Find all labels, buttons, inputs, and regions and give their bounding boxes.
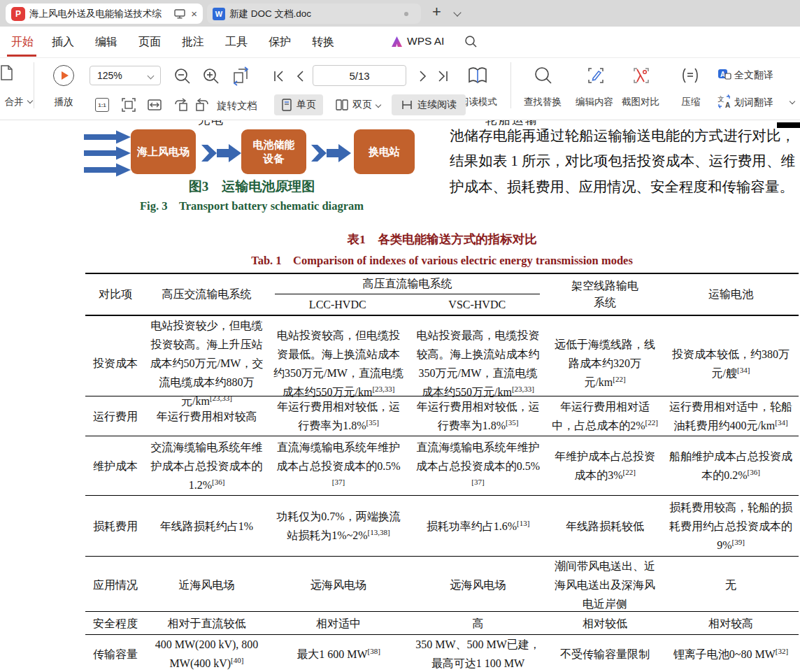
row-item: 损耗费用 bbox=[85, 496, 145, 556]
header-vsc: VSC-HVDC bbox=[408, 294, 548, 315]
rotate-pages-icon[interactable] bbox=[231, 66, 252, 87]
table-cell: 年维护成本占总投资成本的3%[22] bbox=[547, 436, 663, 495]
play-button[interactable] bbox=[53, 65, 74, 86]
next-page-icon[interactable] bbox=[415, 69, 429, 83]
menu-search-icon[interactable] bbox=[464, 35, 478, 48]
toolbar-separator bbox=[34, 62, 34, 108]
table-cell: 远海风电场 bbox=[409, 557, 547, 613]
close-tab-icon[interactable]: × bbox=[191, 8, 197, 20]
zoom-level-select[interactable]: 125% bbox=[90, 66, 161, 85]
table-cell: 直流海缆输电系统年维护成本占总投资成本的0.5%[37] bbox=[409, 436, 547, 495]
table-row: 投资成本 电站投资较少，但电缆投资较高。海上升压站成本约50万元/MW，交流电缆… bbox=[85, 316, 799, 396]
menu-edit[interactable]: 编辑 bbox=[95, 35, 117, 50]
svg-text:A: A bbox=[720, 71, 725, 78]
last-page-icon[interactable] bbox=[436, 69, 450, 83]
menu-insert[interactable]: 插入 bbox=[52, 35, 74, 50]
double-page-label: 双页 bbox=[352, 99, 372, 111]
full-translate-label[interactable]: 全文翻译 bbox=[734, 69, 773, 82]
header-item: 对比项 bbox=[85, 274, 145, 315]
table-cell: 功耗仅为0.7%，两端换流站损耗为1%~2%[13,38] bbox=[268, 496, 409, 556]
window-tab-bar: P 海上风电外送及电能输送技术综 × W 新建 DOC 文档.doc + bbox=[0, 0, 800, 27]
zoom-in-icon[interactable] bbox=[202, 67, 220, 85]
merge-caret-icon[interactable] bbox=[27, 98, 33, 103]
row-item: 运行费用 bbox=[85, 396, 145, 436]
fit-page-icon[interactable] bbox=[121, 97, 136, 113]
fit-width-icon[interactable] bbox=[147, 97, 162, 113]
play-label[interactable]: 播放 bbox=[45, 96, 83, 108]
figure-box-swap-station: 换电站 bbox=[354, 129, 415, 174]
menu-comment[interactable]: 批注 bbox=[182, 35, 204, 50]
single-page-icon bbox=[281, 99, 292, 111]
figure-box-battery-storage: 电池储能 设备 bbox=[241, 129, 306, 174]
read-mode-book-icon[interactable] bbox=[466, 64, 490, 87]
merge-label[interactable]: 合并 bbox=[0, 96, 28, 108]
continuous-read-button[interactable]: 连续阅读 bbox=[392, 94, 466, 115]
zoom-out-icon[interactable] bbox=[173, 67, 192, 85]
find-replace-label[interactable]: 查找替换 bbox=[520, 96, 565, 108]
merge-doc-icon[interactable] bbox=[0, 64, 15, 82]
menu-protect[interactable]: 保护 bbox=[269, 35, 291, 50]
new-tab-button[interactable]: + bbox=[432, 3, 441, 21]
edit-content-label[interactable]: 编辑内容 bbox=[572, 96, 617, 108]
figure-box-wind-farm: 海上风电场 bbox=[131, 129, 196, 174]
unsaved-dot-icon bbox=[404, 12, 408, 16]
menu-bar: 开始 插入 编辑 页面 批注 工具 保护 转换 WPS AI bbox=[0, 27, 800, 58]
header-battery: 运输电池 bbox=[663, 274, 799, 315]
tab-title: 海上风电外送及电能输送技术综 bbox=[29, 8, 170, 20]
header-hvdc-group: 高压直流输电系统 LCC-HVDC VSC-HVDC bbox=[268, 274, 547, 315]
word-translate-icon: 文A bbox=[717, 94, 731, 108]
active-menu-underline bbox=[7, 55, 36, 57]
table-cell: 相对适中 bbox=[268, 612, 409, 634]
present-monitor-icon[interactable] bbox=[174, 9, 185, 19]
row-item: 传输容量 bbox=[85, 635, 145, 672]
table-cell: 直流海缆输电系统年维护成本占总投资成本的0.5%[37] bbox=[268, 436, 409, 495]
actual-size-icon[interactable]: 1:1 bbox=[95, 98, 109, 112]
toolbar-separator bbox=[510, 62, 511, 108]
row-item: 安全程度 bbox=[85, 612, 145, 634]
rotate-right-icon[interactable] bbox=[194, 97, 210, 113]
menu-wps-ai[interactable]: WPS AI bbox=[407, 35, 444, 48]
toolbar: 合并 播放 125% 5/13 阅读模式 1:1 bbox=[0, 58, 800, 120]
header-hvdc: 高压直流输电系统 bbox=[275, 274, 540, 294]
table-cell: 无 bbox=[663, 557, 799, 613]
word-translate-caret-icon[interactable] bbox=[790, 99, 795, 104]
find-replace-icon[interactable] bbox=[534, 66, 553, 85]
double-page-icon bbox=[336, 99, 348, 111]
table-cell: 年线路损耗约占1% bbox=[145, 496, 268, 556]
table-cell: 远海风电场 bbox=[268, 557, 409, 613]
continuous-read-icon bbox=[401, 99, 413, 110]
pdf-page: 充电 轮船运输 海上风电场 电池储能 设备 换电站 图3 运输电池原理图 Fig… bbox=[0, 120, 800, 672]
row-item: 维护成本 bbox=[85, 436, 145, 495]
tab-pdf-document[interactable]: P 海上风电外送及电能输送技术综 × bbox=[6, 3, 203, 24]
table-cell: 交流海缆输电系统年维护成本占总投资成本的1.2%[36] bbox=[145, 436, 268, 495]
page-number-input[interactable]: 5/13 bbox=[313, 65, 406, 86]
word-translate-label[interactable]: 划词翻译 bbox=[734, 96, 773, 109]
compress-label[interactable]: 压缩 bbox=[676, 96, 706, 108]
edit-content-icon[interactable] bbox=[586, 66, 606, 85]
double-page-button[interactable]: 双页 bbox=[329, 94, 387, 115]
table-cell: 年运行费用相对较高 bbox=[145, 396, 268, 436]
rotate-doc-label[interactable]: 旋转文档 bbox=[217, 99, 257, 113]
zoom-level-value: 125% bbox=[97, 70, 122, 81]
rotate-left-icon[interactable] bbox=[173, 97, 189, 113]
menu-start[interactable]: 开始 bbox=[11, 35, 34, 50]
tab-doc-document[interactable]: W 新建 DOC 文档.doc bbox=[207, 3, 421, 24]
screenshot-compare-label[interactable]: 截图对比 bbox=[618, 96, 663, 108]
first-page-icon[interactable] bbox=[272, 69, 286, 83]
table-cell: 船舶维护成本占总投资成本的0.2%[36] bbox=[663, 436, 799, 495]
table-cell: 年运行费用相对较低，运行费率为1.8%[35] bbox=[268, 396, 409, 436]
menu-convert[interactable]: 转换 bbox=[312, 35, 334, 50]
table-cell: 损耗费用较高，轮船的损耗费用约占总投资成本的9%[39] bbox=[663, 496, 799, 556]
menu-page[interactable]: 页面 bbox=[138, 35, 161, 50]
header-lcc: LCC-HVDC bbox=[268, 294, 408, 315]
single-page-button[interactable]: 单页 bbox=[274, 94, 323, 115]
svg-text:A: A bbox=[725, 101, 730, 108]
previous-page-icon[interactable] bbox=[294, 69, 308, 83]
tab-list-caret-icon[interactable] bbox=[453, 8, 461, 16]
screenshot-compare-icon[interactable] bbox=[631, 66, 651, 85]
table-cell: 400 MW(200 kV), 800 MW(400 kV)[40] bbox=[145, 635, 268, 672]
compress-icon[interactable] bbox=[680, 66, 700, 85]
menu-tools[interactable]: 工具 bbox=[225, 35, 248, 50]
table-row: 应用情况 近海风电场 远海风电场 远海风电场 潮间带风电送出、近海风电送出及深海… bbox=[85, 557, 799, 612]
wps-pdf-icon: P bbox=[11, 7, 25, 21]
